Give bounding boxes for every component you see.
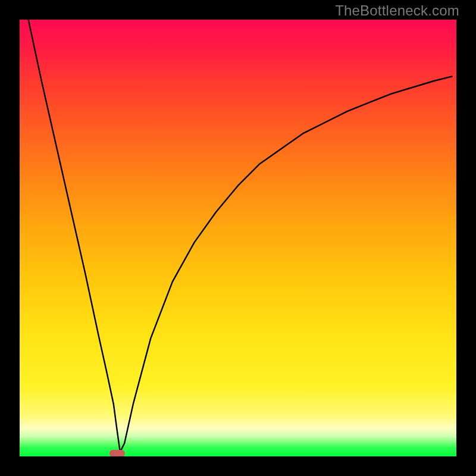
watermark-text: TheBottleneck.com bbox=[335, 2, 459, 19]
optimal-marker bbox=[109, 450, 125, 456]
chart-frame: TheBottleneck.com bbox=[0, 0, 476, 476]
plot-area bbox=[20, 20, 456, 456]
bottleneck-curve bbox=[20, 20, 456, 456]
